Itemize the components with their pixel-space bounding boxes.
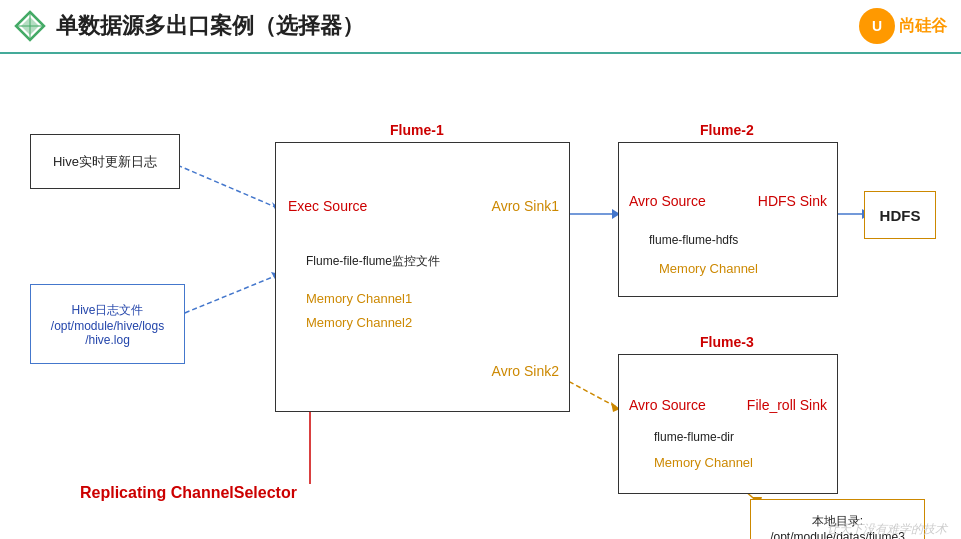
replicating-label: Replicating ChannelSelector (80, 484, 297, 502)
exec-source-label: Exec Source (288, 198, 367, 214)
hive-log-box: Hive日志文件 /opt/module/hive/logs /hive.log (30, 284, 185, 364)
avro-source-f3-label: Avro Source (629, 397, 706, 413)
flume1-label: Flume-1 (390, 122, 444, 138)
flume-flume-dir-label: flume-flume-dir (654, 430, 734, 444)
hdfs-box: HDFS (864, 191, 936, 239)
flume1-box: Exec Source Avro Sink1 Flume-file-flume监… (275, 142, 570, 412)
avro-source-f2-label: Avro Source (629, 193, 706, 209)
svg-line-6 (170, 274, 280, 319)
diamond-icon (14, 10, 46, 42)
hdfs-sink-label: HDFS Sink (758, 193, 827, 209)
flume3-box: Avro Source File_roll Sink flume-flume-d… (618, 354, 838, 494)
diagram: Hive实时更新日志 Hive日志文件 /opt/module/hive/log… (0, 54, 961, 539)
memory-channel-f3-label: Memory Channel (654, 455, 753, 470)
logo: U 尚硅谷 (859, 8, 947, 44)
avro-sink1-label: Avro Sink1 (492, 198, 559, 214)
flume-flume-hdfs-label: flume-flume-hdfs (649, 233, 738, 247)
flume3-label: Flume-3 (700, 334, 754, 350)
avro-sink2-label: Avro Sink2 (492, 363, 559, 379)
hive-log-label: Hive日志文件 /opt/module/hive/logs /hive.log (51, 302, 164, 347)
memory-channel2-label: Memory Channel2 (306, 315, 412, 330)
logo-icon: U (859, 8, 895, 44)
flume2-box: Avro Source HDFS Sink flume-flume-hdfs M… (618, 142, 838, 297)
hive-realtime-box: Hive实时更新日志 (30, 134, 180, 189)
flume-file-monitor-label: Flume-file-flume监控文件 (306, 253, 440, 270)
header: 单数据源多出口案例（选择器） U 尚硅谷 (0, 0, 961, 54)
logo-text: 尚硅谷 (899, 16, 947, 37)
page-title: 单数据源多出口案例（选择器） (56, 11, 364, 41)
svg-line-4 (170, 162, 280, 209)
hdfs-label: HDFS (880, 207, 921, 224)
flume2-label: Flume-2 (700, 122, 754, 138)
memory-channel-f2-label: Memory Channel (659, 261, 758, 276)
hive-realtime-label: Hive实时更新日志 (53, 153, 157, 171)
watermark: 让天下没有难学的技术 (827, 521, 947, 538)
file-roll-sink-label: File_roll Sink (747, 397, 827, 413)
memory-channel1-label: Memory Channel1 (306, 291, 412, 306)
